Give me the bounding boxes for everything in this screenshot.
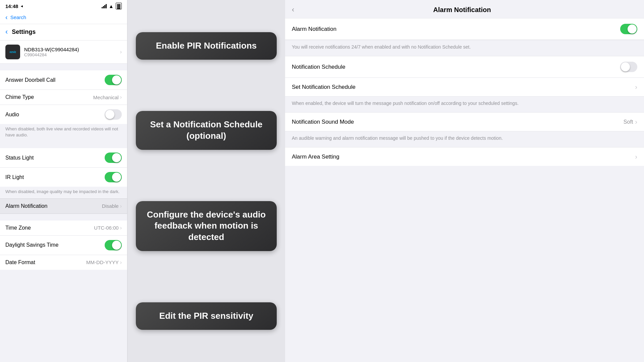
settings-section: Answer Doorbell Call Chime Type Mechanic…: [0, 70, 127, 124]
dst-label: Daylight Savings Time: [5, 242, 58, 248]
time-zone-label: Time Zone: [5, 225, 31, 231]
answer-doorbell-toggle[interactable]: [105, 75, 122, 85]
nav-header: ‹ Settings: [0, 24, 127, 41]
chime-chevron-icon: ›: [120, 94, 122, 100]
device-name: NDB313-W(C99044284): [24, 47, 120, 52]
device-chevron-icon: ›: [120, 49, 122, 55]
sound-mode-chevron-icon: ›: [635, 118, 637, 126]
notif-schedule-label: Notification Schedule: [292, 64, 345, 70]
ir-light-label: IR Light: [5, 174, 24, 180]
settings-section-2: Status Light IR Light: [0, 148, 127, 187]
chime-type-label: Chime Type: [5, 94, 34, 100]
time-zone-row[interactable]: Time Zone UTC-06:00 ›: [0, 221, 127, 236]
status-light-row[interactable]: Status Light: [0, 148, 127, 168]
left-panel: 14:48 ◂ ▲ ▓ ‹ Search ‹ Settings ezviz ND…: [0, 0, 127, 362]
signal-icon: [102, 4, 107, 8]
set-notif-chevron-icon: ›: [635, 83, 637, 91]
toggle-thumb-dst: [112, 241, 121, 250]
sound-mode-row[interactable]: Notification Sound Mode Soft ›: [285, 113, 644, 131]
battery-icon: ▓: [116, 3, 122, 9]
time-zone-value: UTC-06:00 ›: [94, 225, 122, 231]
toggle-thumb: [112, 75, 121, 84]
location-icon: ◂: [21, 4, 23, 8]
timezone-chevron-icon: ›: [120, 225, 122, 231]
signal-bar-3: [104, 5, 105, 8]
chime-type-row[interactable]: Chime Type Mechanical ›: [0, 90, 127, 105]
brand-text: ezviz: [9, 50, 16, 54]
alarm-notification-section: Alarm Notification: [285, 18, 644, 40]
right-panel-title: Alarm Notification: [300, 6, 625, 14]
sound-mode-text: Soft: [624, 119, 633, 125]
settings-section-3: Time Zone UTC-06:00 › Daylight Savings T…: [0, 221, 127, 270]
audio-row[interactable]: Audio: [0, 105, 127, 124]
alarm-notification-desc: You will receive notifications 24/7 when…: [285, 40, 644, 56]
dst-row[interactable]: Daylight Savings Time: [0, 236, 127, 255]
device-row[interactable]: ezviz NDB313-W(C99044284) C99044284 ›: [0, 41, 127, 64]
sound-mode-section: Notification Sound Mode Soft ›: [285, 113, 644, 131]
date-format-text: MM-DD-YYYY: [86, 259, 119, 265]
right-panel: ‹ Alarm Notification Alarm Notification …: [285, 0, 644, 362]
sound-mode-value: Soft ›: [624, 118, 637, 126]
audio-label: Audio: [5, 112, 19, 118]
notif-schedule-desc: When enabled, the device will turn the m…: [285, 97, 644, 113]
ir-light-row[interactable]: IR Light: [0, 168, 127, 187]
answer-doorbell-label: Answer Doorbell Call: [5, 77, 55, 83]
alarm-toggle-thumb: [628, 24, 637, 34]
device-info: NDB313-W(C99044284) C99044284: [24, 47, 120, 57]
right-content: Alarm Notification You will receive noti…: [285, 18, 644, 362]
alarm-notification-row[interactable]: Alarm Notification Disable ›: [0, 198, 127, 214]
status-light-toggle[interactable]: [105, 153, 122, 163]
sound-mode-label: Notification Sound Mode: [292, 119, 354, 125]
audio-helper-text: When disabled, both live view and record…: [0, 124, 127, 141]
device-logo: ezviz: [5, 45, 20, 59]
date-format-label: Date Format: [5, 259, 35, 265]
alarm-notification-toggle-row[interactable]: Alarm Notification: [285, 18, 644, 40]
toggle-thumb-audio: [105, 110, 114, 119]
device-id: C99044284: [24, 52, 120, 57]
alarm-area-row[interactable]: Alarm Area Setting ›: [285, 147, 644, 166]
chime-type-text: Mechanical: [93, 95, 119, 100]
alarm-notification-value: Disable ›: [102, 203, 122, 209]
notif-schedule-section: Notification Schedule Set Notification S…: [285, 56, 644, 97]
audio-toggle[interactable]: [105, 109, 122, 120]
alarm-area-section: Alarm Area Setting ›: [285, 147, 644, 166]
right-alarm-label: Alarm Notification: [292, 26, 336, 33]
dst-toggle[interactable]: [105, 240, 122, 250]
bubble-text-1: Enable PIR Notifications: [156, 41, 257, 51]
notif-schedule-toggle-row[interactable]: Notification Schedule: [285, 56, 644, 78]
bubble-text-2: Set a Notification Schedule (optional): [150, 119, 262, 141]
status-light-label: Status Light: [5, 155, 34, 161]
sound-mode-desc: An audible warning and alarm notificatio…: [285, 131, 644, 147]
ir-helper-text: When disabled, image quality may be impa…: [0, 187, 127, 198]
bubble-notification-schedule: Set a Notification Schedule (optional): [136, 111, 277, 150]
alarm-notification-text: Disable: [102, 203, 119, 209]
right-header: ‹ Alarm Notification: [285, 0, 644, 18]
search-back-arrow[interactable]: ‹: [5, 13, 8, 21]
nav-back-button[interactable]: ‹: [5, 27, 8, 36]
signal-bar-1: [102, 7, 103, 8]
ir-light-toggle[interactable]: [105, 172, 122, 182]
bubble-text-4: Edit the PIR sensitivity: [159, 311, 253, 321]
middle-panel: Enable PIR Notifications Set a Notificat…: [127, 0, 285, 362]
status-icons: ▲ ▓: [102, 3, 122, 9]
alarm-notification-toggle-right[interactable]: [620, 24, 637, 34]
toggle-thumb-ir: [112, 173, 121, 182]
settings-title: Settings: [12, 28, 36, 36]
time-zone-text: UTC-06:00: [94, 225, 118, 231]
date-format-value: MM-DD-YYYY ›: [86, 259, 122, 265]
right-back-button[interactable]: ‹: [292, 5, 294, 14]
search-label[interactable]: Search: [10, 14, 26, 20]
bubble-pir-sensitivity: Edit the PIR sensitivity: [136, 302, 277, 330]
set-notif-schedule-row[interactable]: Set Notification Schedule ›: [285, 78, 644, 96]
bubble-audio-feedback: Configure the device's audio feedback wh…: [136, 201, 277, 251]
toggle-thumb-status: [112, 153, 121, 162]
status-bar: 14:48 ◂ ▲ ▓: [0, 0, 127, 11]
search-bar[interactable]: ‹ Search: [0, 11, 127, 24]
notif-schedule-thumb: [621, 62, 630, 71]
date-format-row[interactable]: Date Format MM-DD-YYYY ›: [0, 255, 127, 270]
notif-schedule-toggle[interactable]: [620, 62, 637, 72]
alarm-area-label: Alarm Area Setting: [292, 154, 339, 160]
answer-doorbell-row[interactable]: Answer Doorbell Call: [0, 70, 127, 90]
date-format-chevron-icon: ›: [120, 259, 122, 265]
alarm-notification-label: Alarm Notification: [5, 203, 47, 209]
